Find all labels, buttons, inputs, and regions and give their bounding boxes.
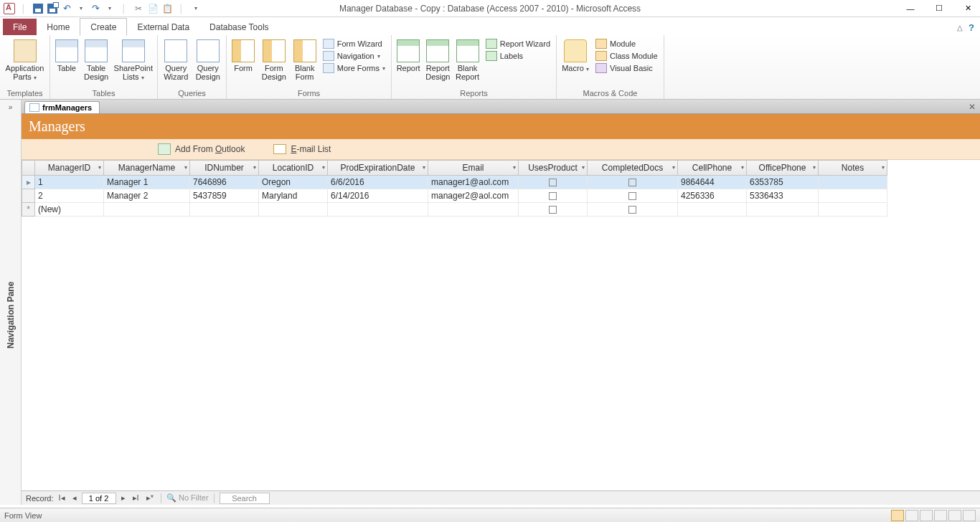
view-datasheet-button[interactable] xyxy=(905,510,918,521)
view-design3-button[interactable] xyxy=(963,510,976,521)
col-managerid[interactable]: ManagerID▾ xyxy=(35,161,104,176)
table-row[interactable]: 2Manager 25437859Maryland6/14/2016manage… xyxy=(22,189,887,203)
cell[interactable] xyxy=(747,203,819,217)
col-locationid[interactable]: LocationID▾ xyxy=(259,161,328,176)
col-filter-icon[interactable]: ▾ xyxy=(582,164,585,171)
add-from-outlook-button[interactable]: Add From Outlook xyxy=(158,143,245,155)
tab-home[interactable]: Home xyxy=(37,19,80,35)
undo-drop[interactable]: ▾ xyxy=(75,2,88,15)
col-prodexpirationdate[interactable]: ProdExpirationDate▾ xyxy=(328,161,428,176)
cell[interactable]: Manager 1 xyxy=(104,176,190,189)
blank-form-button[interactable]: Blank Form xyxy=(293,38,317,81)
cell[interactable] xyxy=(819,189,887,203)
report-design-button[interactable]: Report Design xyxy=(425,38,451,81)
tab-file[interactable]: File xyxy=(3,19,37,35)
view-layout-button[interactable] xyxy=(920,510,933,521)
cell[interactable]: 7646896 xyxy=(190,176,259,189)
col-idnumber[interactable]: IDNumber▾ xyxy=(190,161,259,176)
record-prev-button[interactable]: ◂ xyxy=(70,493,79,503)
col-usesproduct[interactable]: UsesProduct▾ xyxy=(519,161,588,176)
col-completeddocs[interactable]: CompletedDocs▾ xyxy=(588,161,678,176)
email-list-button[interactable]: E-mail List xyxy=(273,144,331,154)
record-search-input[interactable] xyxy=(220,493,270,504)
redo-icon[interactable]: ↷ xyxy=(89,2,102,15)
minimize-button[interactable]: — xyxy=(903,1,918,16)
cell[interactable] xyxy=(104,203,190,217)
col-email[interactable]: Email▾ xyxy=(428,161,519,176)
cell[interactable]: 5437859 xyxy=(190,189,259,203)
cell[interactable] xyxy=(259,203,328,217)
checkbox[interactable] xyxy=(628,179,636,186)
col-filter-icon[interactable]: ▾ xyxy=(513,164,516,171)
visual-basic-button[interactable]: Visual Basic xyxy=(594,62,659,74)
app-icon[interactable] xyxy=(3,2,16,15)
cell[interactable]: 6/6/2016 xyxy=(328,176,428,189)
query-wizard-button[interactable]: Query Wizard xyxy=(162,38,190,81)
close-button[interactable]: ✕ xyxy=(960,1,976,16)
col-notes[interactable]: Notes▾ xyxy=(819,161,887,176)
col-filter-icon[interactable]: ▾ xyxy=(813,164,816,171)
table-row-new[interactable]: *(New) xyxy=(22,203,887,217)
blank-report-button[interactable]: Blank Report xyxy=(455,38,479,81)
qat-customize[interactable]: ▾ xyxy=(189,2,202,15)
redo-drop[interactable]: ▾ xyxy=(103,2,116,15)
module-button[interactable]: Module xyxy=(594,38,659,49)
col-managername[interactable]: ManagerName▾ xyxy=(104,161,190,176)
row-selector[interactable]: ▸ xyxy=(22,176,35,189)
tab-database-tools[interactable]: Database Tools xyxy=(199,19,279,35)
record-first-button[interactable]: I◂ xyxy=(57,493,67,503)
checkbox[interactable] xyxy=(628,206,636,214)
macro-button[interactable]: Macro ▾ xyxy=(561,38,590,74)
record-last-button[interactable]: ▸I xyxy=(131,493,141,503)
tab-create[interactable]: Create xyxy=(80,18,127,36)
labels-button[interactable]: Labels xyxy=(484,50,552,62)
form-design-button[interactable]: Form Design xyxy=(260,38,288,81)
checkbox[interactable] xyxy=(549,206,557,214)
cell[interactable]: Manager 2 xyxy=(104,189,190,203)
cell[interactable]: manager2@aol.com xyxy=(428,189,519,203)
query-design-button[interactable]: Query Design xyxy=(194,38,222,81)
checkbox[interactable] xyxy=(549,179,557,186)
cell[interactable]: (New) xyxy=(35,203,104,217)
view-design-button[interactable] xyxy=(934,510,947,521)
class-module-button[interactable]: Class Module xyxy=(594,50,659,62)
row-selector[interactable]: * xyxy=(22,203,35,217)
checkbox[interactable] xyxy=(628,192,636,200)
paste-icon[interactable]: 📋 xyxy=(161,2,174,15)
nav-pane-label[interactable]: Navigation Pane xyxy=(6,111,16,505)
nav-pane-expand-icon[interactable]: » xyxy=(9,103,13,111)
col-filter-icon[interactable]: ▾ xyxy=(184,164,187,171)
navigation-button[interactable]: Navigation ▾ xyxy=(321,50,387,62)
maximize-button[interactable]: ☐ xyxy=(931,1,947,16)
checkbox[interactable] xyxy=(549,192,557,200)
col-filter-icon[interactable]: ▾ xyxy=(672,164,675,171)
help-icon[interactable]: ? xyxy=(969,22,974,33)
no-filter-label[interactable]: 🔍 No Filter xyxy=(166,493,209,503)
record-position-input[interactable] xyxy=(82,493,116,504)
col-filter-icon[interactable]: ▾ xyxy=(98,164,101,171)
cell[interactable] xyxy=(328,203,428,217)
cell[interactable] xyxy=(678,203,747,217)
col-filter-icon[interactable]: ▾ xyxy=(882,164,885,171)
row-selector-header[interactable] xyxy=(22,161,35,176)
view-design2-button[interactable] xyxy=(948,510,961,521)
report-wizard-button[interactable]: Report Wizard xyxy=(484,38,552,49)
cell[interactable]: 6353785 xyxy=(747,176,819,189)
cell[interactable] xyxy=(190,203,259,217)
cell[interactable] xyxy=(428,203,519,217)
col-officephone[interactable]: OfficePhone▾ xyxy=(747,161,819,176)
copy-icon[interactable]: 📄 xyxy=(146,2,159,15)
sharepoint-lists-button[interactable]: SharePoint Lists ▾ xyxy=(114,38,153,82)
ribbon-minimize-icon[interactable]: △ xyxy=(957,24,963,32)
col-filter-icon[interactable]: ▾ xyxy=(741,164,744,171)
cell[interactable]: 2 xyxy=(35,189,104,203)
table-row[interactable]: ▸1Manager 17646896Oregon6/6/2016manager1… xyxy=(22,176,887,189)
more-forms-button[interactable]: More Forms ▾ xyxy=(321,62,387,74)
tab-external-data[interactable]: External Data xyxy=(127,19,199,35)
col-filter-icon[interactable]: ▾ xyxy=(322,164,325,171)
cell[interactable]: manager1@aol.com xyxy=(428,176,519,189)
form-wizard-button[interactable]: Form Wizard xyxy=(321,38,387,49)
close-tab-icon[interactable]: ✕ xyxy=(969,102,976,112)
table-button[interactable]: Table xyxy=(55,38,79,72)
application-parts-button[interactable]: Application Parts ▾ xyxy=(4,38,45,82)
